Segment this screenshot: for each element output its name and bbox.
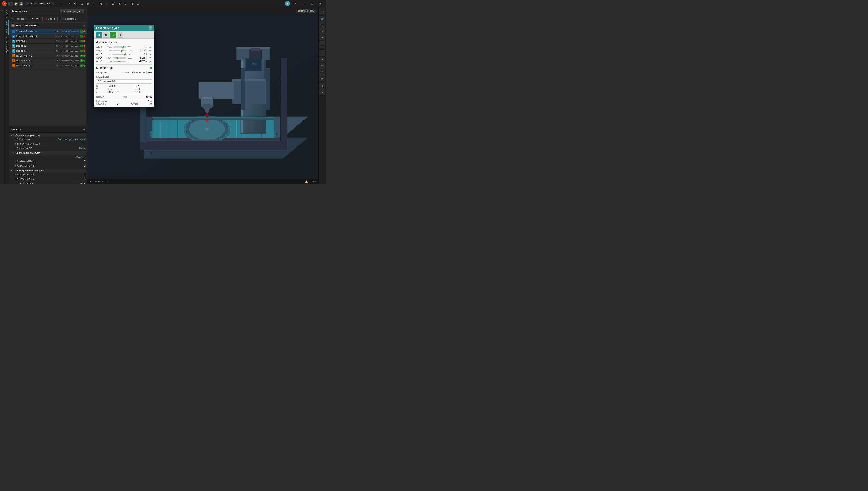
right-tool-mesh[interactable]: ⊟	[319, 69, 325, 75]
dynamic-button[interactable]: Динамический▾	[296, 9, 316, 12]
nav-item-1[interactable]: ≡	[0, 8, 4, 12]
axis-x-min: -1143	[104, 46, 112, 48]
right-tool-surface[interactable]: ▣	[319, 75, 325, 81]
dialog-close-button[interactable]: ✕	[148, 26, 152, 30]
op-check-1: ✓	[80, 35, 83, 37]
machine-settings-icon[interactable]: ≡	[83, 24, 85, 27]
tool-1[interactable]: ↩	[60, 1, 65, 6]
tool-9[interactable]: ⬡	[110, 1, 116, 6]
tool-10[interactable]: ▣	[116, 1, 122, 6]
op-item-4[interactable]: F Flat land 3 T#4 8mm Цилиндриче: ✓	[9, 49, 87, 53]
naladka-add-button[interactable]: +	[83, 127, 85, 131]
right-tool-layers[interactable]: ≡	[319, 50, 325, 56]
axis-z-value: 518	[137, 53, 147, 55]
axis-x-track[interactable]	[113, 47, 126, 48]
tool-2[interactable]: ⟳	[66, 1, 72, 6]
axis-z-thumb[interactable]	[124, 53, 127, 56]
zadaty-value[interactable]: Задать ...	[75, 156, 85, 158]
dialog-settings-btn[interactable]: ⇄	[103, 32, 109, 37]
new-file-icon[interactable]: □	[8, 2, 12, 6]
param-zadaty[interactable]: Задать ...	[9, 155, 87, 160]
dialog-play-btn[interactable]: ●	[110, 32, 116, 37]
machine-control-dialog[interactable]: Станочный пульт ✕ ⏸ ⇄ ● ⊞ Физические оси	[94, 25, 154, 107]
right-tool-flag[interactable]: ⚑	[319, 89, 325, 95]
local-sk-value[interactable]: Выкл.	[79, 147, 85, 149]
op-item-2[interactable]: F Flat land 1 T#3 6mm Цилиндриче: ✓	[9, 39, 87, 44]
axis-a-thumb[interactable]	[116, 57, 118, 59]
tool-5[interactable]: ⊠	[85, 1, 90, 6]
tool-12[interactable]: ◑	[129, 1, 134, 6]
naladka-header: Наладка +	[9, 126, 87, 133]
sk-value[interactable]: По предыдущей операции	[58, 138, 85, 141]
add-button[interactable]: +	[90, 180, 91, 183]
right-tool-square[interactable]: ■	[319, 35, 325, 40]
open-file-icon[interactable]: 📁	[14, 2, 18, 6]
op-item-0[interactable]: 5 5 axis multi surface 3 T#1 5mm Сфериче…	[9, 29, 87, 34]
spindle-label: Шпиндель	[96, 100, 107, 103]
param-axisz[interactable]: ↗ AxisZ (AxisZPos) 111.9	[9, 181, 87, 184]
axis-a-track[interactable]	[113, 57, 126, 59]
axis-x-thumb[interactable]	[122, 46, 125, 49]
tab-modeling[interactable]: Моделирование	[5, 35, 9, 55]
tool-6[interactable]: ≡	[91, 1, 97, 6]
axis-y-track[interactable]	[113, 50, 126, 51]
start-button[interactable]: ▶ Пуск	[31, 17, 42, 21]
param-axisc[interactable]: ↺ AxisC (AxisCPos) 0	[9, 164, 87, 168]
param-axisb[interactable]: ↺ AxisB (AxisBPos) 0	[9, 160, 87, 164]
tool-11[interactable]: ⬙	[123, 1, 128, 6]
right-sep-4	[320, 82, 325, 82]
param-axisx[interactable]: ↗ AxisX (AxisXPos) 0	[9, 173, 87, 177]
tab-tech[interactable]: Технология	[5, 20, 9, 35]
params-button[interactable]: ⚙ Параметры	[59, 17, 78, 21]
close-button[interactable]: ✕	[317, 2, 324, 6]
maximize-button[interactable]: □	[309, 2, 315, 6]
tab-model[interactable]: Модель	[5, 8, 9, 20]
right-tool-measure[interactable]: ⊹	[319, 83, 325, 89]
param-axisy[interactable]: ↗ AxisY (AxisYPos) 0	[9, 177, 87, 181]
op-icon-5: C	[12, 54, 15, 57]
coord-select[interactable]: СК заготовки: 54	[96, 79, 152, 84]
reset-button[interactable]: ● Сброс	[44, 17, 56, 21]
param-group-main-header[interactable]: ▾ ⚙ Основные параметры	[9, 134, 87, 137]
help-button[interactable]: ?	[292, 2, 298, 6]
save-file-icon[interactable]: 💾	[19, 2, 23, 6]
tool-4[interactable]: ⊞	[79, 1, 84, 6]
tool-13[interactable]: ⊟	[135, 1, 141, 6]
param-local-sk[interactable]: ⊹ Локальная СК Выкл.	[9, 146, 87, 151]
tool-8[interactable]: ⊹	[104, 1, 109, 6]
right-tool-path[interactable]: 〰	[319, 63, 325, 68]
axis-b-min: -330	[104, 60, 112, 63]
svg-point-48	[250, 48, 261, 51]
axis-y-thumb[interactable]	[120, 49, 123, 52]
right-tool-print[interactable]: 🖨	[319, 42, 325, 48]
op-item-7[interactable]: C 5D Contouring 3 T#4 8mm Цилиндриче: ✓	[9, 63, 87, 68]
tool-3[interactable]: ⚙	[73, 1, 78, 6]
svg-rect-53	[140, 140, 287, 150]
dialog-pause-btn[interactable]: ⏸	[96, 32, 102, 37]
param-uprav-centrali[interactable]: ↗ Управление централи	[9, 142, 87, 146]
right-tool-globe[interactable]: 🌐	[319, 16, 325, 22]
minimize-button[interactable]: —	[300, 2, 307, 6]
axis-z-track[interactable]	[113, 54, 126, 55]
dialog-table-btn[interactable]: ⊞	[117, 32, 124, 37]
uprav-checkbox[interactable]	[83, 143, 85, 145]
param-group-orient: ▾ ⊹ Ориентация инструмен: Задать ... ↺ A…	[9, 151, 87, 168]
right-tool-triangle[interactable]: ▲	[319, 28, 325, 34]
axis-b-thumb[interactable]	[118, 60, 120, 63]
right-tool-cube[interactable]: ◻	[319, 22, 325, 28]
axis-b-track[interactable]	[113, 61, 126, 62]
op-item-6[interactable]: C 5D Contouring 2 T#4 8mm Цилиндриче: ✓	[9, 58, 87, 63]
param-sk-zaготовки[interactable]: ⊞ СК заготовки По предыдущей операции	[9, 137, 87, 142]
transitions-button[interactable]: ⟳ Переходы	[11, 17, 28, 21]
param-group-orient-header[interactable]: ▾ ⊹ Ориентация инструмен:	[9, 151, 87, 155]
axis-z-label: AxisZ	[96, 53, 103, 55]
tool-7[interactable]: ◎	[98, 1, 103, 6]
op-item-1[interactable]: 5 5 axis multi surface 1 T#2 4.5mm Сфери…	[9, 34, 87, 39]
right-tool-cursor[interactable]: ↖	[319, 8, 325, 14]
op-item-5[interactable]: C 5D Contouring 1 T#4 8mm Цилиндриче: ✓	[9, 53, 87, 58]
param-group-geom-header[interactable]: ▾ ↗ Геометрические координ:	[9, 169, 87, 173]
new-operation-button[interactable]: Новая операция ▾	[60, 9, 84, 13]
right-tool-chip[interactable]: ⊞	[319, 57, 325, 62]
op-item-3[interactable]: F Flat land 2 T#4 8mm Цилиндриче: ✓	[9, 44, 87, 49]
op-name-2: Flat land 1	[16, 40, 53, 42]
